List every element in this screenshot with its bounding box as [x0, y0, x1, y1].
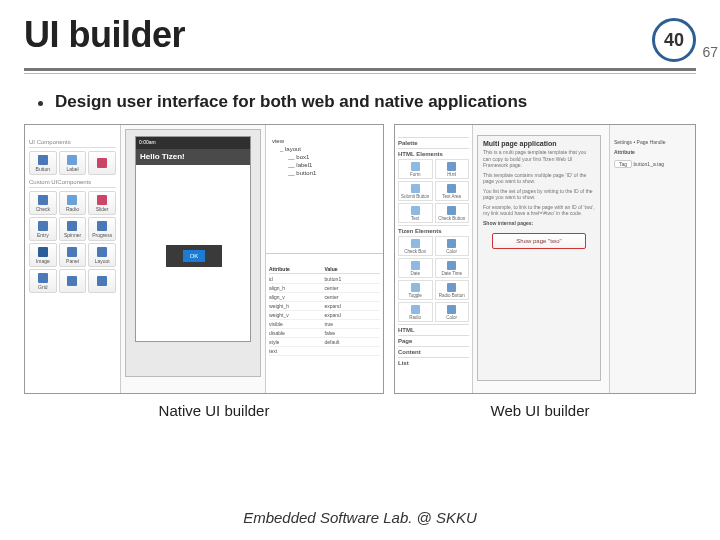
palette-item: Label [59, 151, 87, 175]
palette-item: Toggle [398, 280, 433, 300]
component-icon [97, 221, 107, 231]
properties-header: AttributeValue [269, 266, 380, 274]
palette-section: Page [398, 335, 469, 346]
phone-header-text: Hello Tizen! [136, 149, 250, 165]
native-canvas: 0:00am Hello Tizen! OK [125, 129, 261, 377]
tree-node: __ box1 [270, 153, 379, 161]
component-icon [447, 261, 456, 270]
caption-web: Web UI builder [384, 402, 696, 419]
palette-item: Check Button [435, 203, 470, 223]
component-icon [38, 221, 48, 231]
palette-section: HTML [398, 324, 469, 335]
web-canvas: Multi page application This is a multi p… [477, 135, 601, 381]
native-ui-screenshot: UI Components Button Label Custom UIComp… [24, 124, 384, 394]
footer-credit: Embedded Software Lab. @ SKKU [0, 509, 720, 526]
tree-node: __ label1 [270, 161, 379, 169]
palette-item: Button [29, 151, 57, 175]
component-icon [447, 184, 456, 193]
component-icon [67, 221, 77, 231]
component-icon [447, 206, 456, 215]
palette-item: Check [29, 191, 57, 215]
web-properties-panel: Settings • Page Handle Attribute Tag but… [609, 125, 695, 393]
palette-item: Image [29, 243, 57, 267]
native-outline-tree: view _ layout __ box1 __ label1 __ butto… [265, 125, 383, 253]
tree-node: view [270, 137, 379, 145]
component-icon [447, 305, 456, 314]
component-icon [38, 273, 48, 283]
palette-item: Date [398, 258, 433, 278]
palette-item: Radio Button [435, 280, 470, 300]
slide-number-badge: 40 67 [652, 18, 696, 62]
palette-item: Html [435, 159, 470, 179]
property-row: idbutton1 [269, 275, 380, 284]
attr-tag-pill: Tag [614, 160, 632, 168]
bullet-text: Design user interface for both web and n… [55, 92, 527, 112]
properties-header: Attribute [614, 149, 691, 155]
bullet-dot-icon [38, 101, 43, 106]
web-ui-screenshot: Outline Properties ... Palette HTML Elem… [394, 124, 696, 394]
phone-button-container: OK [166, 245, 222, 267]
divider-top [24, 68, 696, 71]
component-icon [447, 239, 456, 248]
palette-item: Text Area [435, 181, 470, 201]
component-icon [411, 261, 420, 270]
preview-text: For example, to link to the page with an… [478, 204, 600, 220]
property-row: styledefault [269, 338, 380, 347]
phone-preview: 0:00am Hello Tizen! OK [135, 136, 251, 342]
palette-item: Radio [59, 191, 87, 215]
palette-item: Entry [29, 217, 57, 241]
phone-ok-button: OK [183, 250, 205, 262]
component-icon [67, 195, 77, 205]
web-palette: Palette HTML Elements Form Html Submit B… [395, 125, 473, 393]
component-icon [38, 155, 48, 165]
property-row: weight_hexpand [269, 302, 380, 311]
preview-show-page-button: Show page "two" [492, 233, 586, 249]
property-row: visibletrue [269, 320, 380, 329]
palette-item: Form [398, 159, 433, 179]
palette-item: Radio [398, 302, 433, 322]
component-icon [67, 155, 77, 165]
native-properties-panel: AttributeValue idbutton1 align_hcenter a… [265, 253, 383, 393]
attr-value: button1_a.tag [633, 161, 664, 167]
palette-item: Progress [88, 217, 116, 241]
phone-status-bar: 0:00am [136, 137, 250, 149]
component-icon [447, 283, 456, 292]
palette-section: UI Components [29, 139, 116, 148]
preview-link-intro: Show internal pages: [478, 220, 600, 230]
component-icon [97, 247, 107, 257]
palette-item [88, 151, 116, 175]
caption-native: Native UI builder [24, 402, 384, 419]
palette-item [88, 269, 116, 293]
palette-item: Slider [88, 191, 116, 215]
component-icon [411, 239, 420, 248]
palette-item: Spinner [59, 217, 87, 241]
palette-section: HTML Elements [398, 148, 469, 159]
component-icon [411, 184, 420, 193]
bullet-item: Design user interface for both web and n… [0, 92, 720, 112]
slide-title: UI builder [24, 14, 185, 56]
palette-item: Color [435, 302, 470, 322]
component-icon [38, 247, 48, 257]
component-icon [447, 162, 456, 171]
tree-node: _ layout [270, 145, 379, 153]
palette-item: Text [398, 203, 433, 223]
component-icon [38, 195, 48, 205]
preview-title: Multi page application [478, 136, 600, 149]
component-icon [411, 206, 420, 215]
property-row: align_hcenter [269, 284, 380, 293]
properties-panel-title: Settings • Page Handle [614, 139, 691, 145]
component-icon [411, 305, 420, 314]
property-row: weight_vexpand [269, 311, 380, 320]
palette-section: List [398, 357, 469, 368]
palette-item: Check Box [398, 236, 433, 256]
divider-bottom [24, 73, 696, 74]
preview-text: This is a multi page template template t… [478, 149, 600, 172]
palette-item: Color [435, 236, 470, 256]
preview-text: You list the set of pages by writing to … [478, 188, 600, 204]
component-icon [97, 276, 107, 286]
property-row: disablefalse [269, 329, 380, 338]
component-icon [67, 276, 77, 286]
palette-item: Layout [88, 243, 116, 267]
palette-section: Palette [398, 137, 469, 148]
preview-text: This template contains multiple page 'ID… [478, 172, 600, 188]
